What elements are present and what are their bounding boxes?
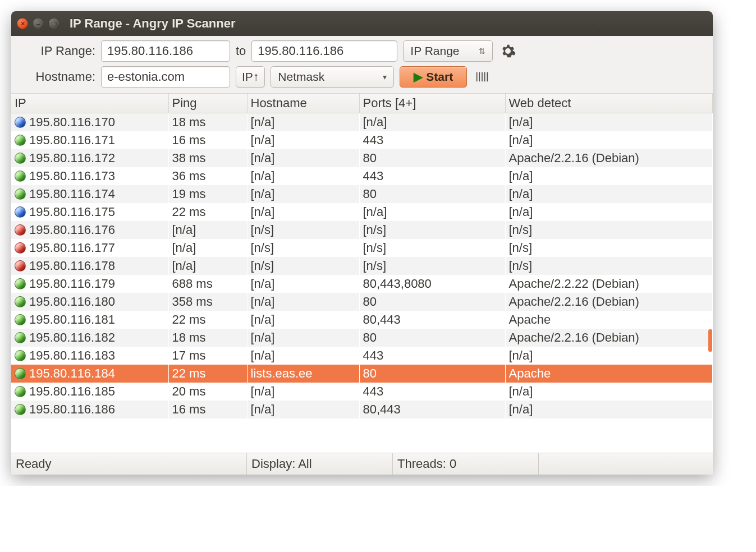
cell-webdetect: Apache/2.2.22 (Debian): [505, 275, 713, 293]
col-ports[interactable]: Ports [4+]: [359, 94, 505, 113]
status-green-icon: [15, 404, 26, 415]
table-row[interactable]: 195.80.116.178[n/a][n/s][n/s][n/s]: [11, 257, 713, 275]
cell-ip: 195.80.116.186: [29, 402, 115, 416]
table-row[interactable]: 195.80.116.17238 ms[n/a]80Apache/2.2.16 …: [11, 149, 713, 167]
cell-ip: 195.80.116.183: [29, 348, 115, 362]
maximize-icon[interactable]: ▢: [48, 18, 59, 29]
gear-icon[interactable]: [498, 42, 517, 61]
statusbar: Ready Display: All Threads: 0: [11, 453, 713, 475]
close-icon[interactable]: ✕: [17, 18, 28, 29]
table-row[interactable]: 195.80.116.18122 ms[n/a]80,443Apache: [11, 311, 713, 329]
cell-webdetect: [n/a]: [505, 347, 713, 365]
cell-ping: [n/a]: [168, 239, 247, 257]
table-body: 195.80.116.17018 ms[n/a][n/a][n/a]195.80…: [11, 113, 713, 419]
cell-ports: 80,443: [359, 401, 505, 418]
cell-webdetect: [n/s]: [505, 221, 713, 239]
status-green-icon: [15, 314, 26, 325]
cell-ports: 443: [359, 383, 505, 401]
table-row[interactable]: 195.80.116.17419 ms[n/a]80[n/a]: [11, 185, 713, 203]
table-row[interactable]: 195.80.116.17522 ms[n/a][n/a][n/a]: [11, 203, 713, 221]
scrollbar-thumb[interactable]: [708, 329, 712, 352]
status-green-icon: [15, 188, 26, 200]
cell-ports: 443: [359, 347, 505, 365]
hostname-input[interactable]: [101, 66, 230, 88]
cell-ip: 195.80.116.179: [29, 277, 115, 291]
cell-hostname: [n/s]: [247, 221, 359, 239]
status-green-icon: [15, 135, 26, 146]
netmask-select[interactable]: Netmask ▾: [271, 66, 394, 88]
minimize-icon[interactable]: –: [33, 18, 44, 29]
mode-select[interactable]: IP Range ⇅: [403, 40, 493, 62]
table-row[interactable]: 195.80.116.18520 ms[n/a]443[n/a]: [11, 383, 713, 401]
cell-webdetect: Apache: [505, 311, 713, 329]
toolbar: IP Range: to IP Range ⇅ Hostname: IP↑ Ne…: [11, 36, 713, 94]
table-row[interactable]: 195.80.116.18422 mslists.eas.ee80Apache: [11, 365, 713, 383]
cell-ports: 80: [359, 329, 505, 347]
cell-webdetect: Apache: [505, 365, 713, 383]
cell-ports: [n/a]: [359, 113, 505, 132]
status-red-icon: [15, 242, 26, 254]
toolbar-row-1: IP Range: to IP Range ⇅: [17, 40, 707, 62]
status-green-icon: [15, 278, 26, 289]
toolbar-row-2: Hostname: IP↑ Netmask ▾ ▶ Start: [17, 66, 707, 88]
cell-ip: 195.80.116.177: [29, 241, 115, 255]
ip-up-button[interactable]: IP↑: [236, 66, 265, 88]
cell-ping: 22 ms: [168, 311, 247, 329]
cell-hostname: [n/a]: [247, 185, 359, 203]
cell-webdetect: Apache/2.2.16 (Debian): [505, 149, 713, 167]
table-row[interactable]: 195.80.116.18616 ms[n/a]80,443[n/a]: [11, 401, 713, 418]
start-button-label: Start: [426, 70, 453, 84]
status-green-icon: [15, 332, 26, 343]
cell-hostname: [n/a]: [247, 131, 359, 149]
ip-to-input[interactable]: [251, 40, 397, 62]
status-spacer: [539, 453, 713, 475]
cell-ping: 20 ms: [168, 383, 247, 401]
col-hostname[interactable]: Hostname: [247, 94, 359, 113]
cell-ip: 195.80.116.172: [29, 151, 115, 165]
table-row[interactable]: 195.80.116.17336 ms[n/a]443[n/a]: [11, 167, 713, 185]
results-table-wrap: IP Ping Hostname Ports [4+] Web detect 1…: [11, 94, 713, 453]
cell-hostname: [n/s]: [247, 239, 359, 257]
table-header-row: IP Ping Hostname Ports [4+] Web detect: [11, 94, 713, 113]
cell-ping: [n/a]: [168, 257, 247, 275]
start-button[interactable]: ▶ Start: [400, 66, 467, 88]
netmask-select-label: Netmask: [278, 70, 324, 84]
status-green-icon: [15, 386, 26, 397]
table-row[interactable]: 195.80.116.17018 ms[n/a][n/a][n/a]: [11, 113, 713, 132]
cell-webdetect: [n/a]: [505, 131, 713, 149]
col-ip[interactable]: IP: [11, 94, 168, 113]
cell-ping: 19 ms: [168, 185, 247, 203]
table-row[interactable]: 195.80.116.180358 ms[n/a]80Apache/2.2.16…: [11, 293, 713, 311]
list-menu-icon[interactable]: [473, 67, 492, 86]
table-row[interactable]: 195.80.116.176[n/a][n/s][n/s][n/s]: [11, 221, 713, 239]
ip-from-input[interactable]: [101, 40, 230, 62]
cell-ports: 80: [359, 293, 505, 311]
cell-hostname: [n/a]: [247, 311, 359, 329]
status-red-icon: [15, 224, 26, 236]
cell-ports: 443: [359, 131, 505, 149]
cell-hostname: [n/a]: [247, 203, 359, 221]
table-row[interactable]: 195.80.116.18218 ms[n/a]80Apache/2.2.16 …: [11, 329, 713, 347]
cell-ip: 195.80.116.180: [29, 295, 115, 309]
table-row[interactable]: 195.80.116.17116 ms[n/a]443[n/a]: [11, 131, 713, 149]
cell-ping: 17 ms: [168, 347, 247, 365]
hostname-label: Hostname:: [17, 70, 95, 84]
cell-ports: 80: [359, 185, 505, 203]
col-ping[interactable]: Ping: [168, 94, 247, 113]
cell-webdetect: [n/a]: [505, 401, 713, 418]
cell-ports: 443: [359, 167, 505, 185]
cell-webdetect: [n/a]: [505, 113, 713, 132]
table-row[interactable]: 195.80.116.177[n/a][n/s][n/s][n/s]: [11, 239, 713, 257]
col-webdetect[interactable]: Web detect: [505, 94, 713, 113]
cell-ip: 195.80.116.170: [29, 115, 115, 129]
cell-ping: 36 ms: [168, 167, 247, 185]
status-green-icon: [15, 153, 26, 164]
status-green-icon: [15, 350, 26, 361]
app-window: ✕ – ▢ IP Range - Angry IP Scanner IP Ran…: [11, 11, 713, 475]
table-row[interactable]: 195.80.116.179688 ms[n/a]80,443,8080Apac…: [11, 275, 713, 293]
table-row[interactable]: 195.80.116.18317 ms[n/a]443[n/a]: [11, 347, 713, 365]
cell-webdetect: [n/a]: [505, 203, 713, 221]
ip-up-label: IP↑: [242, 70, 259, 84]
cell-webdetect: Apache/2.2.16 (Debian): [505, 329, 713, 347]
status-threads: Threads: 0: [393, 453, 539, 475]
